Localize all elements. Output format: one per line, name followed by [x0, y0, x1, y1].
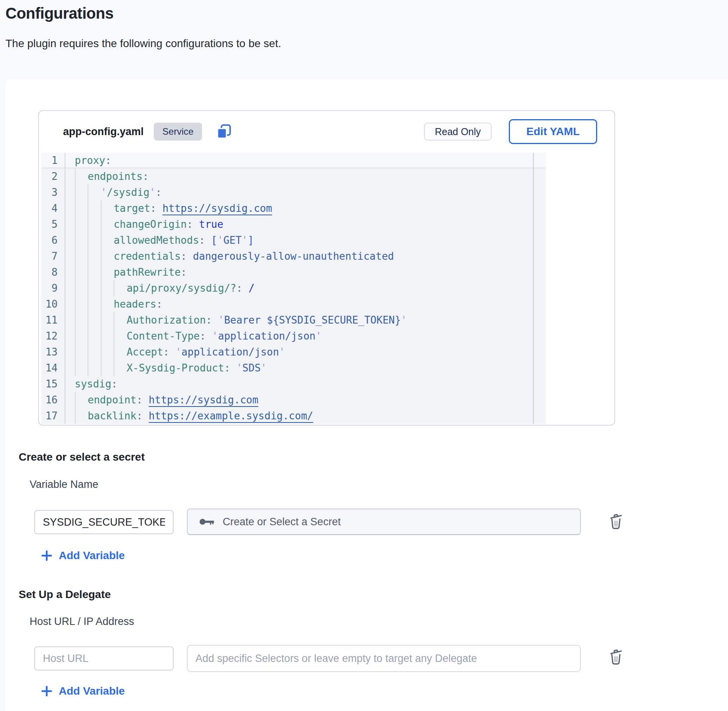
secret-section-heading: Create or select a secret: [19, 451, 145, 463]
host-url-input[interactable]: [34, 646, 174, 671]
code-token-q: ': [401, 312, 407, 328]
line-number: 7: [41, 248, 65, 264]
code-token-key: X-Sysdig-Product: [127, 360, 224, 376]
line-content: endpoints:: [65, 169, 149, 185]
code-line: 5changeOrigin: true: [41, 216, 546, 232]
code-line: 17backlink: https://example.sysdig.com/: [41, 408, 546, 424]
line-number: 14: [41, 360, 65, 376]
line-content: allowedMethods: ['GET']: [65, 232, 254, 248]
indent-guide: [75, 312, 88, 328]
code-token-punct: :: [236, 280, 248, 296]
indent-guide: [114, 360, 127, 376]
indent-guide: [75, 232, 88, 248]
editor-scrollbar-divider[interactable]: [533, 153, 534, 424]
line-number: 17: [41, 408, 65, 424]
code-token-punct: :: [206, 312, 218, 328]
code-token-key: api/proxy/sysdig/?: [127, 280, 236, 296]
code-token-punct: :: [181, 248, 193, 264]
secret-selector-label: Create or Select a Secret: [223, 516, 341, 528]
secret-selector[interactable]: Create or Select a Secret: [187, 509, 581, 535]
code-token-br: [: [211, 232, 217, 248]
indent-guide: [101, 312, 114, 328]
line-number: 4: [41, 201, 65, 216]
yaml-filename: app-config.yaml: [63, 126, 144, 138]
line-content: changeOrigin: true: [65, 216, 223, 232]
code-token-str: dangerously-allow-unauthenticated: [193, 248, 394, 264]
code-token-bool: /: [248, 280, 255, 296]
code-token-q: ': [101, 185, 107, 201]
code-token-key: credentials: [114, 248, 181, 264]
add-variable-button-secret[interactable]: Add Variable: [40, 549, 125, 562]
code-token-q: ': [236, 360, 243, 376]
code-token-punct: :: [224, 360, 236, 376]
edit-yaml-button[interactable]: Edit YAML: [509, 119, 597, 144]
indent-guide: [75, 185, 88, 201]
delegate-section-heading: Set Up a Delegate: [19, 588, 111, 601]
code-token-punct: :: [137, 392, 149, 408]
line-content: proxy:: [65, 153, 111, 169]
indent-guide: [88, 232, 100, 248]
code-line: 1proxy:: [41, 153, 546, 169]
delete-delegate-button[interactable]: [607, 646, 625, 666]
indent-guide: [88, 360, 100, 376]
service-type-badge: Service: [154, 123, 202, 141]
code-token-key: sysdig: [75, 376, 111, 392]
line-content: X-Sysdig-Product: 'SDS': [65, 360, 267, 376]
indent-guide: [101, 280, 114, 296]
code-token-key: proxy: [75, 153, 105, 169]
code-line: 10headers:: [41, 296, 546, 312]
line-number: 5: [41, 216, 65, 232]
page-title: Configurations: [5, 5, 113, 22]
code-token-str: Bearer ${SYSDIG_SECURE_TOKEN}: [224, 312, 401, 328]
add-variable-button-delegate[interactable]: Add Variable: [40, 685, 125, 697]
code-token-punct: :: [156, 296, 162, 312]
line-content: api/proxy/sysdig/?: /: [65, 280, 255, 296]
code-token-punct: :: [155, 185, 162, 201]
add-variable-label: Add Variable: [59, 549, 125, 562]
indent-guide: [75, 344, 88, 360]
code-token-q: ': [279, 344, 285, 360]
code-line: 16endpoint: https://sysdig.com: [41, 392, 546, 408]
code-token-q: ': [218, 312, 224, 328]
code-line: 2endpoints:: [41, 169, 546, 185]
code-token-q: ': [261, 360, 267, 376]
code-line: 7credentials: dangerously-allow-unauthen…: [41, 248, 546, 264]
indent-guide: [88, 312, 100, 328]
code-token-key: /sysdig: [107, 185, 149, 201]
code-token-punct: :: [187, 216, 199, 232]
code-line: 15sysdig:: [41, 376, 546, 392]
code-token-q: ': [149, 185, 156, 201]
variable-name-input[interactable]: [34, 510, 174, 534]
indent-guide: [88, 328, 100, 344]
indent-guide: [101, 344, 114, 360]
indent-guide: [75, 408, 88, 424]
code-token-punct: :: [181, 264, 187, 280]
code-token-punct: :: [105, 153, 111, 169]
code-token-punct: :: [150, 201, 162, 216]
delete-variable-button[interactable]: [607, 510, 625, 531]
copy-icon[interactable]: [215, 122, 233, 141]
indent-guide: [75, 264, 88, 280]
code-line: 6allowedMethods: ['GET']: [41, 232, 546, 248]
indent-guide: [88, 201, 100, 216]
key-icon: [199, 517, 215, 526]
indent-guide: [101, 201, 114, 216]
configurations-page: Configurations The plugin requires the f…: [0, 0, 728, 711]
line-number: 3: [41, 185, 65, 201]
code-token-link: https://example.sysdig.com/: [149, 408, 313, 424]
line-number: 6: [41, 232, 65, 248]
code-line: 13Accept: 'application/json': [41, 344, 546, 360]
delegate-selector-input[interactable]: [187, 645, 581, 672]
yaml-code-editor[interactable]: 1proxy:2endpoints:3'/sysdig':4target: ht…: [41, 153, 546, 424]
trash-icon: [607, 646, 624, 666]
line-content: Authorization: 'Bearer ${SYSDIG_SECURE_T…: [65, 312, 407, 328]
line-content: '/sysdig':: [65, 185, 162, 201]
code-token-key: headers: [114, 296, 157, 312]
code-token-br: ]: [248, 232, 254, 248]
code-line: 8pathRewrite:: [41, 264, 546, 280]
code-token-link: https://sysdig.com: [149, 392, 258, 408]
line-content: credentials: dangerously-allow-unauthent…: [65, 248, 394, 264]
indent-guide: [88, 264, 100, 280]
add-variable-label: Add Variable: [59, 685, 125, 697]
code-token-q: ': [175, 344, 181, 360]
